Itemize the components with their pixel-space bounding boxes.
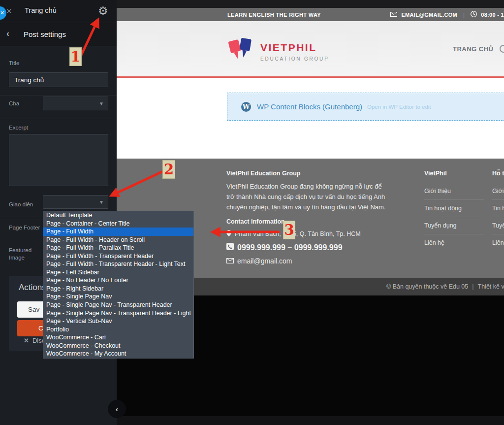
template-field-label: Giao diện (9, 201, 33, 207)
footer-link[interactable]: Tin hoạt động (424, 199, 484, 217)
template-option[interactable]: Page - Full Width - Transparent Header (43, 252, 193, 261)
header-divider (18, 27, 18, 42)
close-icon[interactable]: ✕ (6, 7, 12, 16)
footer-link[interactable]: Tin hoạt động (492, 199, 504, 217)
topbar-hours: 08:00 - 1 (481, 12, 504, 18)
screenshot-root: LEARN ENGLISH THE RIGHT WAY EMAIL@GMAIL.… (0, 0, 504, 425)
envelope-icon (390, 12, 397, 18)
topbar-separator: | (461, 12, 467, 18)
template-option[interactable]: Page - Container - Center Title (43, 220, 193, 228)
gear-icon[interactable]: ⚙ (98, 5, 108, 17)
template-option[interactable]: Portfolio (43, 326, 193, 334)
annotation-step-3: 3 (283, 221, 295, 239)
template-dropdown-list: Default TemplatePage - Container - Cente… (43, 211, 194, 359)
title-field-label: Title (9, 60, 19, 66)
wp-content-blocks-notice[interactable]: W WP Content Blocks (Gutenberg) Open in … (227, 93, 504, 121)
title-input[interactable]: Trang chủ (9, 72, 108, 87)
copyright-text: © Bản quyền thuộc về Edu 05 (386, 283, 468, 290)
footer-about-text: VietPhil Education Group đang không ngừn… (226, 181, 391, 212)
site-header: VIETPHIL EDUCATION GROUP TRANG CHỦ (117, 21, 504, 78)
template-option[interactable]: Page - Single Page Nav - Transparent Hea… (43, 309, 193, 318)
brand-subtitle: EDUCATION GROUP (260, 56, 329, 62)
envelope-icon (226, 257, 234, 265)
template-option[interactable]: Page - Full Width - Parallax Title (43, 244, 193, 252)
site-topbar: LEARN ENGLISH THE RIGHT WAY EMAIL@GMAIL.… (117, 8, 504, 21)
credit-text: Thiết kế v (478, 283, 504, 290)
sidebar-bottom-divider (0, 410, 117, 410)
clock-icon (471, 11, 477, 18)
footer-col2-heading: VietPhil (424, 170, 484, 177)
panel-title: Post settings (24, 30, 66, 38)
excerpt-textarea[interactable] (9, 134, 108, 186)
footer-link[interactable]: Giới thiệu (424, 183, 484, 199)
nav-item-trang-chu[interactable]: TRANG CHỦ (453, 45, 494, 53)
featured-image-label-line2: Image (9, 255, 25, 261)
parent-select[interactable]: ▼ (43, 97, 108, 110)
field-divider (0, 95, 117, 96)
chevron-down-icon: ▼ (99, 101, 104, 106)
annotation-step-1: 1 (69, 47, 82, 66)
titlebar-divider (18, 4, 18, 19)
brand-name: VIETPHIL (260, 42, 329, 54)
builder-titlebar: ✕ Trang chủ ⚙ (0, 0, 117, 23)
post-settings-header: ‹ Post settings (0, 23, 117, 46)
footer-column-support: Hỗ trợ Giới thiệuTin hoạt độngTuyển dụng… (492, 170, 504, 251)
template-option[interactable]: WooCommerce - My Account (43, 350, 193, 358)
footer-about-heading: VietPhil Education Group (226, 170, 391, 177)
collapse-sidebar-button[interactable]: ‹ (108, 400, 126, 418)
site-logo[interactable]: VIETPHIL EDUCATION GROUP (226, 37, 329, 65)
footer-link[interactable]: Giới thiệu (492, 183, 504, 199)
footer-link[interactable]: Tuyển dụng (424, 217, 484, 234)
wordpress-icon: W (241, 102, 251, 112)
footer-link[interactable]: Liên hệ (424, 234, 484, 251)
footer-email[interactable]: email@gmail.com (237, 257, 292, 265)
footer-contact-heading: Contact information (226, 218, 391, 225)
preview-bottom-strip (117, 416, 504, 425)
nav-partial-icon (500, 45, 504, 53)
actions-heading: Actions (19, 283, 46, 293)
preview-top-black-strip (117, 0, 504, 8)
page-footer-field-label: Page Footer (9, 225, 40, 230)
footer-col3-heading: Hỗ trợ (492, 170, 504, 177)
template-option[interactable]: Page - Full Width - Transparent Header -… (43, 260, 193, 268)
site-tagline: LEARN ENGLISH THE RIGHT WAY (227, 12, 321, 18)
template-option[interactable]: Page - Single Page Nav (43, 293, 193, 301)
footer-column-vietphil: VietPhil Giới thiệuTin hoạt độngTuyển dụ… (424, 170, 484, 251)
template-option[interactable]: WooCommerce - Cart (43, 333, 193, 342)
phone-icon (226, 243, 234, 252)
footer-address: Pham Văn Bach, P. 15, Q. Tân Bình, Tp. H… (235, 230, 361, 237)
field-divider (0, 119, 117, 119)
template-option[interactable]: Page - Right Sidebar (43, 285, 193, 293)
chevron-down-icon: ▼ (99, 199, 104, 205)
vietphil-pins-icon (226, 37, 254, 65)
builder-page-title: Trang chủ (25, 6, 57, 14)
template-option[interactable]: Page - Vertical Sub-Nav (43, 317, 193, 326)
template-select[interactable]: ▼ (43, 195, 108, 209)
footer-phone[interactable]: 0999.999.999 – 0999.999.999 (237, 243, 343, 252)
template-option[interactable]: Page - Full Width - Header on Scroll (43, 236, 193, 244)
featured-image-label-line1: Featured (9, 247, 32, 253)
template-option[interactable]: Page - No Header / No Footer (43, 276, 193, 285)
copyright-separator: | (472, 283, 473, 290)
open-in-wp-editor-link[interactable]: Open in WP Editor to edit (367, 104, 431, 110)
parent-field-label: Cha (9, 100, 19, 106)
close-icon: ✕ (24, 337, 29, 344)
excerpt-field-label: Excerpt (9, 125, 28, 131)
topbar-email-link[interactable]: EMAIL@GMAIL.COM (401, 12, 457, 18)
template-option[interactable]: Page - Full Width (43, 228, 193, 236)
template-option[interactable]: Default Template (43, 211, 193, 220)
footer-link[interactable]: Liên hệ (492, 234, 504, 251)
annotation-step-2: 2 (162, 160, 175, 179)
wp-notice-title: WP Content Blocks (Gutenberg) (257, 102, 362, 111)
template-option[interactable]: WooCommerce - Checkout (43, 342, 193, 350)
back-chevron-icon[interactable]: ‹ (6, 29, 9, 39)
site-content-area: W WP Content Blocks (Gutenberg) Open in … (117, 78, 504, 159)
template-option[interactable]: Page - Single Page Nav - Transparent Hea… (43, 301, 193, 309)
map-pin-icon (226, 230, 231, 238)
footer-link[interactable]: Tuyển dụng (492, 217, 504, 234)
template-option[interactable]: Page - Left Sidebar (43, 268, 193, 277)
